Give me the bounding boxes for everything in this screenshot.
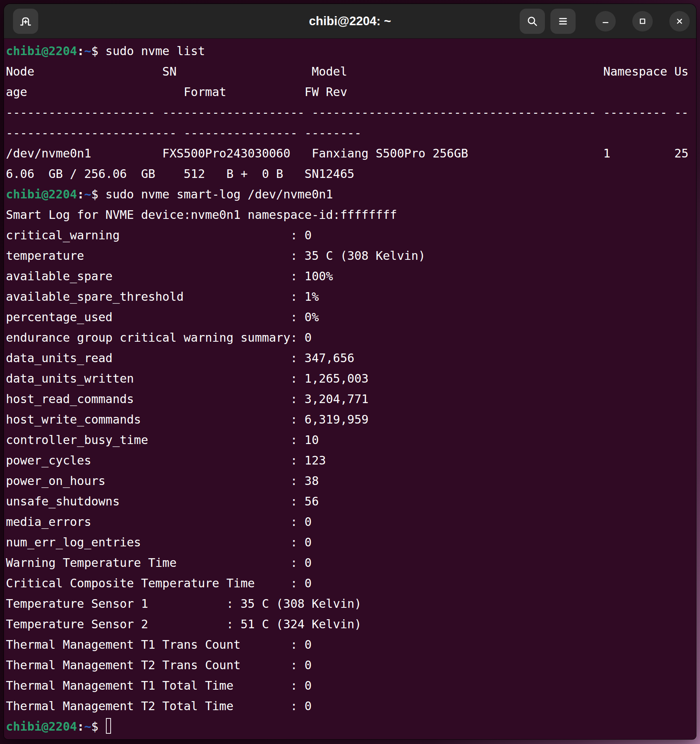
smart-log-entry: critical_warning : 0 — [6, 228, 312, 242]
maximize-button[interactable] — [632, 11, 653, 31]
terminal-row: temperature : 35 C (308 Kelvin) — [6, 246, 694, 266]
nvme-list-row: Node SN Model Namespace Us — [6, 65, 689, 78]
nvme-list-row: --------------------- ------------------… — [6, 105, 689, 119]
terminal-row: Thermal Management T2 Trans Count : 0 — [6, 655, 694, 676]
prompt-separator: : — [77, 720, 84, 733]
search-button[interactable] — [520, 9, 545, 34]
terminal-row: media_errors : 0 — [6, 512, 694, 532]
terminal-row: available_spare : 100% — [6, 266, 694, 287]
smart-log-entry: endurance group critical warning summary… — [6, 331, 312, 344]
smart-log-entry: available_spare : 100% — [6, 269, 333, 283]
smart-log-entry: host_read_commands : 3,204,771 — [6, 392, 369, 406]
smart-log-entry: Thermal Management T1 Total Time : 0 — [6, 679, 312, 692]
terminal-row: age Format FW Rev — [6, 82, 694, 102]
smart-log-entry: unsafe_shutdowns : 56 — [6, 494, 319, 508]
menu-button[interactable] — [550, 9, 576, 34]
terminal-row: power_cycles : 123 — [6, 450, 694, 471]
terminal-row: host_write_commands : 6,319,959 — [6, 409, 694, 430]
smart-log-entry: host_write_commands : 6,319,959 — [6, 413, 369, 426]
smart-log-entry: data_units_read : 347,656 — [6, 351, 354, 365]
terminal-cursor — [106, 718, 111, 734]
terminal-row: num_err_log_entries : 0 — [6, 532, 694, 553]
terminal-row: percentage_used : 0% — [6, 307, 694, 328]
smart-log-entry: temperature : 35 C (308 Kelvin) — [6, 249, 426, 263]
window-title: chibi@2204: ~ — [309, 14, 391, 28]
smart-log-entry: Thermal Management T2 Total Time : 0 — [6, 699, 312, 713]
terminal-row: Temperature Sensor 1 : 35 C (308 Kelvin) — [6, 594, 694, 614]
output-text: Smart Log for NVME device:nvme0n1 namesp… — [6, 208, 397, 222]
terminal-row: --------------------- ------------------… — [6, 102, 694, 123]
terminal-row: data_units_written : 1,265,003 — [6, 368, 694, 389]
smart-log-entry: available_spare_threshold : 1% — [6, 290, 319, 304]
prompt-user-host: chibi@2204 — [6, 187, 77, 201]
terminal-row: ------------------------ ---------------… — [6, 123, 694, 143]
terminal-row: chibi@2204:~$ sudo nvme smart-log /dev/n… — [6, 184, 694, 205]
titlebar: chibi@2204: ~ — [4, 4, 696, 39]
prompt-user-host: chibi@2204 — [6, 44, 77, 58]
terminal-row: controller_busy_time : 10 — [6, 430, 694, 450]
terminal-window: chibi@2204: ~ — [4, 4, 696, 739]
terminal-row: critical_warning : 0 — [6, 225, 694, 246]
command-text: $ sudo nvme list — [91, 44, 205, 58]
terminal-row: Warning Temperature Time : 0 — [6, 553, 694, 573]
prompt-path: ~ — [84, 720, 91, 733]
smart-log-entry: power_cycles : 123 — [6, 453, 326, 467]
titlebar-controls — [520, 9, 690, 34]
close-button[interactable] — [669, 11, 690, 31]
smart-log-entry: Temperature Sensor 2 : 51 C (324 Kelvin) — [6, 617, 361, 631]
prompt-separator: : — [77, 44, 84, 58]
terminal-row: data_units_read : 347,656 — [6, 348, 694, 368]
smart-log-entry: controller_busy_time : 10 — [6, 433, 319, 447]
prompt-symbol: $ — [91, 720, 106, 733]
smart-log-entry: Thermal Management T1 Trans Count : 0 — [6, 638, 312, 651]
smart-log-entry: percentage_used : 0% — [6, 310, 319, 324]
smart-log-entry: Critical Composite Temperature Time : 0 — [6, 576, 312, 590]
terminal-row: power_on_hours : 38 — [6, 471, 694, 491]
command-text: $ sudo nvme smart-log /dev/nvme0n1 — [91, 187, 333, 201]
terminal-row: Thermal Management T1 Total Time : 0 — [6, 676, 694, 696]
search-icon — [526, 15, 539, 28]
close-icon — [674, 15, 685, 27]
terminal-row: chibi@2204:~$ — [6, 716, 694, 737]
terminal-row: unsafe_shutdowns : 56 — [6, 491, 694, 512]
prompt-path: ~ — [84, 44, 91, 58]
prompt-separator: : — [77, 187, 84, 201]
smart-log-entry: power_on_hours : 38 — [6, 474, 319, 488]
nvme-list-row: age Format FW Rev — [6, 85, 347, 99]
new-tab-button[interactable] — [13, 9, 38, 34]
smart-log-entry: Warning Temperature Time : 0 — [6, 556, 312, 570]
terminal-row: Smart Log for NVME device:nvme0n1 namesp… — [6, 205, 694, 225]
smart-log-entry: num_err_log_entries : 0 — [6, 535, 312, 549]
smart-log-entry: Thermal Management T2 Trans Count : 0 — [6, 658, 312, 672]
terminal-row: 6.06 GB / 256.06 GB 512 B + 0 B SN12465 — [6, 164, 694, 184]
terminal-row: Thermal Management T2 Total Time : 0 — [6, 696, 694, 716]
terminal-row: Critical Composite Temperature Time : 0 — [6, 573, 694, 594]
terminal-output[interactable]: chibi@2204:~$ sudo nvme listNode SN Mode… — [4, 39, 696, 739]
smart-log-entry: data_units_written : 1,265,003 — [6, 372, 369, 385]
terminal-row: Temperature Sensor 2 : 51 C (324 Kelvin) — [6, 614, 694, 635]
terminal-row: /dev/nvme0n1 FXS500Pro243030060 Fanxiang… — [6, 143, 694, 164]
nvme-list-row: /dev/nvme0n1 FXS500Pro243030060 Fanxiang… — [6, 146, 689, 160]
prompt-user-host: chibi@2204 — [6, 720, 77, 733]
minimize-button[interactable] — [595, 11, 616, 31]
terminal-row: endurance group critical warning summary… — [6, 328, 694, 348]
terminal-row: available_spare_threshold : 1% — [6, 287, 694, 307]
terminal-row: host_read_commands : 3,204,771 — [6, 389, 694, 409]
minus-icon — [600, 15, 611, 27]
smart-log-entry: media_errors : 0 — [6, 515, 312, 529]
hamburger-icon — [556, 15, 570, 28]
new-tab-icon — [19, 14, 33, 28]
smart-log-entry: Temperature Sensor 1 : 35 C (308 Kelvin) — [6, 597, 361, 611]
prompt-path: ~ — [84, 187, 91, 201]
square-icon — [637, 15, 648, 27]
terminal-row: Node SN Model Namespace Us — [6, 61, 694, 82]
terminal-row: Thermal Management T1 Trans Count : 0 — [6, 635, 694, 655]
terminal-row: chibi@2204:~$ sudo nvme list — [6, 41, 694, 61]
nvme-list-row: 6.06 GB / 256.06 GB 512 B + 0 B SN12465 — [6, 167, 354, 181]
nvme-list-row: ------------------------ ---------------… — [6, 126, 361, 140]
